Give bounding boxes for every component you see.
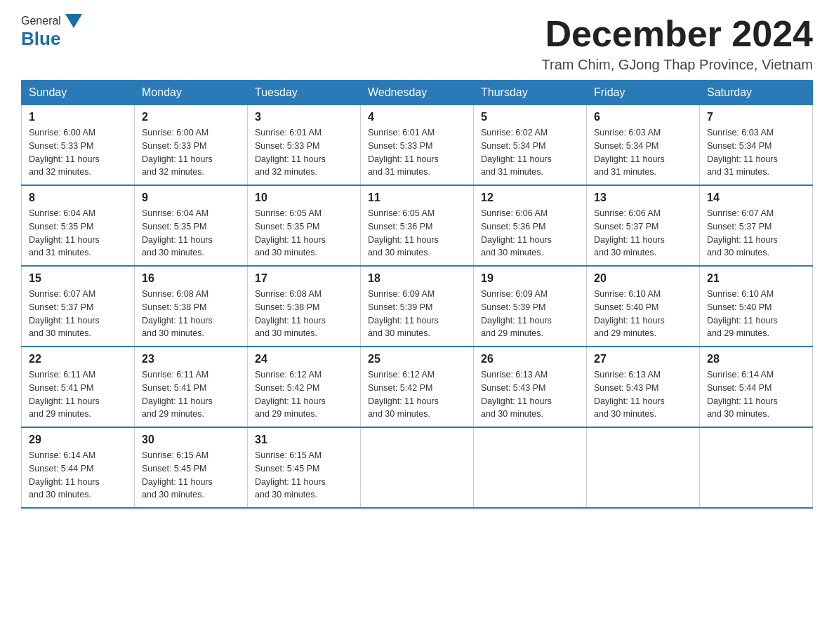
day-info: Sunrise: 6:07 AMSunset: 5:37 PMDaylight:… xyxy=(707,208,778,257)
location: Tram Chim, GJong Thap Province, Vietnam xyxy=(542,57,813,73)
day-number: 5 xyxy=(481,111,579,123)
day-info: Sunrise: 6:03 AMSunset: 5:34 PMDaylight:… xyxy=(707,128,778,177)
logo-triangle-icon xyxy=(65,14,82,28)
day-info: Sunrise: 6:01 AMSunset: 5:33 PMDaylight:… xyxy=(368,128,439,177)
day-info: Sunrise: 6:01 AMSunset: 5:33 PMDaylight:… xyxy=(255,128,326,177)
day-cell: 24 Sunrise: 6:12 AMSunset: 5:42 PMDaylig… xyxy=(248,347,361,427)
day-number: 27 xyxy=(594,353,692,365)
day-info: Sunrise: 6:06 AMSunset: 5:36 PMDaylight:… xyxy=(481,208,552,257)
day-number: 24 xyxy=(255,353,353,365)
day-number: 3 xyxy=(255,111,353,123)
day-cell: 25 Sunrise: 6:12 AMSunset: 5:42 PMDaylig… xyxy=(361,347,474,427)
day-number: 16 xyxy=(142,272,240,285)
day-cell: 13 Sunrise: 6:06 AMSunset: 5:37 PMDaylig… xyxy=(587,185,700,266)
day-cell: 6 Sunrise: 6:03 AMSunset: 5:34 PMDayligh… xyxy=(587,105,700,186)
calendar-table: SundayMondayTuesdayWednesdayThursdayFrid… xyxy=(21,80,813,509)
day-number: 26 xyxy=(481,353,579,365)
day-info: Sunrise: 6:11 AMSunset: 5:41 PMDaylight:… xyxy=(142,370,213,419)
day-info: Sunrise: 6:14 AMSunset: 5:44 PMDaylight:… xyxy=(707,370,778,419)
day-info: Sunrise: 6:10 AMSunset: 5:40 PMDaylight:… xyxy=(594,289,665,338)
logo-blue-text: Blue xyxy=(21,28,60,49)
day-cell: 15 Sunrise: 6:07 AMSunset: 5:37 PMDaylig… xyxy=(22,266,135,347)
day-cell: 18 Sunrise: 6:09 AMSunset: 5:39 PMDaylig… xyxy=(361,266,474,347)
week-row-2: 8 Sunrise: 6:04 AMSunset: 5:35 PMDayligh… xyxy=(22,185,813,266)
day-info: Sunrise: 6:06 AMSunset: 5:37 PMDaylight:… xyxy=(594,208,665,257)
header-tuesday: Tuesday xyxy=(248,81,361,105)
day-number: 22 xyxy=(29,353,127,365)
day-number: 6 xyxy=(594,111,692,123)
day-cell xyxy=(587,427,700,508)
header-monday: Monday xyxy=(135,81,248,105)
day-number: 1 xyxy=(29,111,127,123)
day-number: 28 xyxy=(707,353,805,365)
day-number: 10 xyxy=(255,192,353,204)
logo-general-text: General xyxy=(21,15,61,27)
day-number: 11 xyxy=(368,192,466,204)
calendar-body: 1 Sunrise: 6:00 AMSunset: 5:33 PMDayligh… xyxy=(22,105,813,509)
day-cell: 29 Sunrise: 6:14 AMSunset: 5:44 PMDaylig… xyxy=(22,427,135,508)
day-cell: 1 Sunrise: 6:00 AMSunset: 5:33 PMDayligh… xyxy=(22,105,135,186)
week-row-5: 29 Sunrise: 6:14 AMSunset: 5:44 PMDaylig… xyxy=(22,427,813,508)
day-number: 17 xyxy=(255,272,353,285)
day-info: Sunrise: 6:13 AMSunset: 5:43 PMDaylight:… xyxy=(594,370,665,419)
day-cell: 2 Sunrise: 6:00 AMSunset: 5:33 PMDayligh… xyxy=(135,105,248,186)
day-number: 21 xyxy=(707,272,805,285)
day-info: Sunrise: 6:05 AMSunset: 5:36 PMDaylight:… xyxy=(368,208,439,257)
header-thursday: Thursday xyxy=(474,81,587,105)
day-info: Sunrise: 6:08 AMSunset: 5:38 PMDaylight:… xyxy=(255,289,326,338)
calendar-header: SundayMondayTuesdayWednesdayThursdayFrid… xyxy=(22,81,813,105)
day-number: 30 xyxy=(142,434,240,446)
day-info: Sunrise: 6:07 AMSunset: 5:37 PMDaylight:… xyxy=(29,289,100,338)
week-row-1: 1 Sunrise: 6:00 AMSunset: 5:33 PMDayligh… xyxy=(22,105,813,186)
day-info: Sunrise: 6:05 AMSunset: 5:35 PMDaylight:… xyxy=(255,208,326,257)
day-cell: 21 Sunrise: 6:10 AMSunset: 5:40 PMDaylig… xyxy=(700,266,813,347)
day-cell: 7 Sunrise: 6:03 AMSunset: 5:34 PMDayligh… xyxy=(700,105,813,186)
day-info: Sunrise: 6:13 AMSunset: 5:43 PMDaylight:… xyxy=(481,370,552,419)
day-info: Sunrise: 6:12 AMSunset: 5:42 PMDaylight:… xyxy=(255,370,326,419)
day-info: Sunrise: 6:15 AMSunset: 5:45 PMDaylight:… xyxy=(142,450,213,499)
title-block: December 2024 Tram Chim, GJong Thap Prov… xyxy=(542,14,813,73)
day-cell: 4 Sunrise: 6:01 AMSunset: 5:33 PMDayligh… xyxy=(361,105,474,186)
day-cell: 16 Sunrise: 6:08 AMSunset: 5:38 PMDaylig… xyxy=(135,266,248,347)
day-number: 20 xyxy=(594,272,692,285)
day-info: Sunrise: 6:00 AMSunset: 5:33 PMDaylight:… xyxy=(29,128,100,177)
month-title: December 2024 xyxy=(542,14,813,54)
header-saturday: Saturday xyxy=(700,81,813,105)
day-info: Sunrise: 6:00 AMSunset: 5:33 PMDaylight:… xyxy=(142,128,213,177)
day-number: 25 xyxy=(368,353,466,365)
day-cell: 9 Sunrise: 6:04 AMSunset: 5:35 PMDayligh… xyxy=(135,185,248,266)
day-number: 14 xyxy=(707,192,805,204)
day-cell: 20 Sunrise: 6:10 AMSunset: 5:40 PMDaylig… xyxy=(587,266,700,347)
day-number: 15 xyxy=(29,272,127,285)
day-cell: 19 Sunrise: 6:09 AMSunset: 5:39 PMDaylig… xyxy=(474,266,587,347)
day-number: 2 xyxy=(142,111,240,123)
day-info: Sunrise: 6:15 AMSunset: 5:45 PMDaylight:… xyxy=(255,450,326,499)
header-wednesday: Wednesday xyxy=(361,81,474,105)
page-header: General Blue December 2024 Tram Chim, GJ… xyxy=(21,14,813,73)
day-info: Sunrise: 6:08 AMSunset: 5:38 PMDaylight:… xyxy=(142,289,213,338)
header-friday: Friday xyxy=(587,81,700,105)
day-cell: 3 Sunrise: 6:01 AMSunset: 5:33 PMDayligh… xyxy=(248,105,361,186)
day-cell: 27 Sunrise: 6:13 AMSunset: 5:43 PMDaylig… xyxy=(587,347,700,427)
day-number: 18 xyxy=(368,272,466,285)
day-cell: 11 Sunrise: 6:05 AMSunset: 5:36 PMDaylig… xyxy=(361,185,474,266)
day-info: Sunrise: 6:12 AMSunset: 5:42 PMDaylight:… xyxy=(368,370,439,419)
day-info: Sunrise: 6:04 AMSunset: 5:35 PMDaylight:… xyxy=(142,208,213,257)
day-cell: 30 Sunrise: 6:15 AMSunset: 5:45 PMDaylig… xyxy=(135,427,248,508)
day-cell: 28 Sunrise: 6:14 AMSunset: 5:44 PMDaylig… xyxy=(700,347,813,427)
day-info: Sunrise: 6:02 AMSunset: 5:34 PMDaylight:… xyxy=(481,128,552,177)
day-cell: 17 Sunrise: 6:08 AMSunset: 5:38 PMDaylig… xyxy=(248,266,361,347)
day-cell xyxy=(700,427,813,508)
day-info: Sunrise: 6:09 AMSunset: 5:39 PMDaylight:… xyxy=(481,289,552,338)
day-number: 7 xyxy=(707,111,805,123)
day-number: 8 xyxy=(29,192,127,204)
week-row-3: 15 Sunrise: 6:07 AMSunset: 5:37 PMDaylig… xyxy=(22,266,813,347)
week-row-4: 22 Sunrise: 6:11 AMSunset: 5:41 PMDaylig… xyxy=(22,347,813,427)
day-number: 29 xyxy=(29,434,127,446)
day-number: 9 xyxy=(142,192,240,204)
day-number: 23 xyxy=(142,353,240,365)
day-cell: 10 Sunrise: 6:05 AMSunset: 5:35 PMDaylig… xyxy=(248,185,361,266)
header-sunday: Sunday xyxy=(22,81,135,105)
day-cell: 31 Sunrise: 6:15 AMSunset: 5:45 PMDaylig… xyxy=(248,427,361,508)
day-number: 4 xyxy=(368,111,466,123)
